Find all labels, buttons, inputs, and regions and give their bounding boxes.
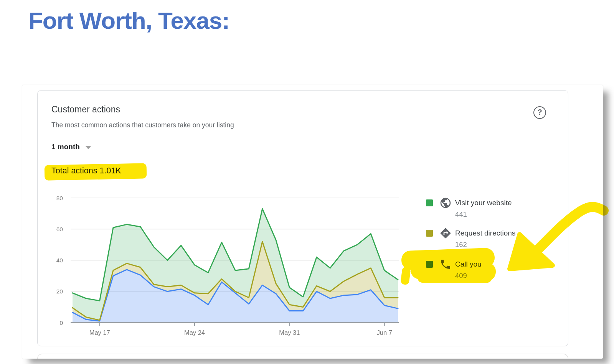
legend-item-call-you: Call you 409 <box>426 258 482 280</box>
x-tick-label: Jun 7 <box>377 329 392 336</box>
y-tick-label: 60 <box>56 226 63 232</box>
y-tick-label: 40 <box>56 257 63 264</box>
legend-swatch-olive <box>426 230 433 237</box>
legend-label: Request directions <box>455 227 515 237</box>
legend-count: 409 <box>455 272 482 280</box>
customer-actions-card: Customer actions The most common actions… <box>37 90 568 346</box>
x-tick-label: May 17 <box>89 329 110 336</box>
page-title: Fort Worth, Texas: <box>28 7 229 34</box>
legend-count: 441 <box>455 210 512 219</box>
globe-icon <box>439 197 452 209</box>
legend-item-request-directions: Request directions 162 <box>426 227 515 249</box>
next-card-partial <box>37 354 568 359</box>
legend-swatch-green <box>426 199 433 206</box>
y-tick-label: 20 <box>56 288 63 295</box>
legend-count: 162 <box>455 240 515 249</box>
legend-label: Visit your website <box>455 197 512 207</box>
phone-icon <box>439 258 452 270</box>
directions-icon <box>439 227 452 239</box>
y-tick-label: 0 <box>59 320 63 326</box>
screenshot-panel: Customer actions The most common actions… <box>22 85 603 359</box>
y-axis-labels: 020406080 <box>56 195 63 326</box>
legend-swatch-blue <box>426 261 433 268</box>
legend-item-visit-website: Visit your website 441 <box>426 197 512 219</box>
stacked-area-chart: May 17May 24May 31Jun 7020406080 <box>38 91 569 347</box>
x-axis-ticks: May 17May 24May 31Jun 7 <box>89 323 392 336</box>
y-tick-label: 80 <box>56 195 63 201</box>
legend-label: Call you <box>455 258 482 268</box>
x-tick-label: May 24 <box>184 329 205 336</box>
x-tick-label: May 31 <box>279 329 300 336</box>
